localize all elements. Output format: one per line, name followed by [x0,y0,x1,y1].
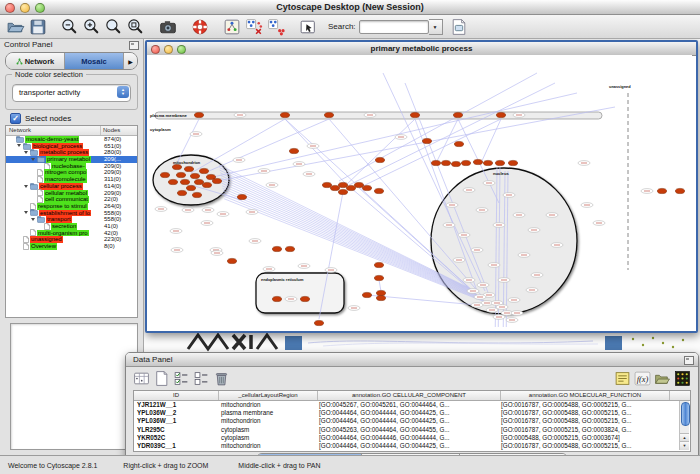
network-node[interactable] [192,192,201,197]
attribute-row-ypl036w-2[interactable]: YPL036W__2plasma membrane[GO:0044464, GO… [134,409,690,417]
expander-icon[interactable] [30,156,37,163]
network-tree-row-nucleobase-[interactable]: nucleobase-209(0) [6,163,137,170]
matrix-icon[interactable] [674,370,691,387]
delete-attribute-icon[interactable] [213,370,230,387]
network-node[interactable] [451,161,460,166]
attribute-row-ylr295c[interactable]: YLR295Ccytoplasm[GO:0045263, GO:0044464,… [134,426,690,434]
attribute-row-yjr121w-1[interactable]: YJR121W__1mitochondrion[GO:0045267, GO:0… [134,401,690,409]
zoom-fit-icon[interactable] [126,17,146,37]
network-node[interactable] [441,160,450,165]
table-col--cellularlayoutregion[interactable]: _cellularLayoutRegion [219,391,318,400]
network-edge[interactable] [191,119,285,173]
tab-overflow-arrow-icon[interactable]: ▶ [124,53,137,69]
open-icon[interactable] [6,17,26,37]
network-node[interactable] [314,320,323,325]
tab-mosaic[interactable]: Mosaic [65,53,124,69]
network-node[interactable] [212,178,221,183]
new-attribute-icon[interactable] [153,370,170,387]
zoom-out-icon[interactable] [60,17,80,37]
network-tree-row-biological-process[interactable]: biological_process651(0) [6,143,137,150]
network-node[interactable] [322,182,331,187]
table-col-id[interactable]: ID [134,391,219,400]
network-node[interactable] [202,182,211,187]
network-edge[interactable] [349,83,555,185]
annotation-select-icon[interactable] [298,17,318,37]
scrollbar-thumb[interactable] [681,402,690,426]
network-node[interactable] [227,258,236,263]
network-node[interactable] [675,188,684,193]
network-node[interactable] [177,190,186,195]
network-edge[interactable] [481,119,501,163]
network-node[interactable] [362,292,371,297]
search-dropdown-arrow-icon[interactable]: ▼ [429,19,443,35]
attribute-row-ypl036w-1[interactable]: YPL036W__1mitochondrion[GO:0044464, GO:0… [134,417,690,425]
network-node[interactable] [300,296,309,301]
network-node[interactable] [362,185,371,190]
network-node[interactable] [410,112,419,117]
network-edge[interactable] [345,119,415,186]
network-node[interactable] [375,157,384,162]
attribute-editor-icon[interactable] [133,370,150,387]
network-tree-row-establishment-of-lo[interactable]: establishment of lo558(0) [6,210,137,217]
network-node[interactable] [473,159,482,164]
save-icon[interactable] [28,17,48,37]
network-tree-row-primary-metabol[interactable]: primary metabol209(... [6,156,137,163]
network-tree-row-transport[interactable]: transport558(0) [6,216,137,223]
expander-icon[interactable] [23,210,30,217]
expander-icon[interactable] [16,143,23,150]
network-node[interactable] [180,179,189,184]
network-node[interactable] [346,185,355,190]
network-node[interactable] [354,182,363,187]
network-node[interactable] [657,188,666,193]
float-panel-icon[interactable] [129,41,139,50]
network-node[interactable] [338,182,347,187]
network-tree-row-nitrogen-compo[interactable]: nitrogen compo209(0) [6,169,137,176]
network-node[interactable] [194,112,203,117]
network-tree-row-cell-communicat[interactable]: cell communicat22(0) [6,196,137,203]
network-node[interactable] [461,160,470,165]
select-nodes-checkbox[interactable]: ✓ [10,113,21,124]
network-tree-row-overview[interactable]: Overview8(0) [6,243,137,250]
attribute-row-ykr052c[interactable]: YKR052Ccytoplasm[GO:0044464, GO:0044446,… [134,434,690,442]
network-tree-row-cellular-process[interactable]: cellular process614(0) [6,183,137,190]
network-node[interactable] [508,160,517,165]
import-icon[interactable] [654,370,671,387]
network-node[interactable] [330,185,339,190]
enhanced-search-icon[interactable] [449,17,469,37]
network-tree-row-cellular-metabol[interactable]: cellular metabol209(0) [6,190,137,197]
network-node[interactable] [237,194,246,199]
network-node[interactable] [285,246,294,251]
table-scrollbar[interactable]: ▲ ▼ [679,401,689,450]
function-icon[interactable]: f(x) [634,370,651,387]
network-node[interactable] [496,112,505,117]
network-node[interactable] [431,160,440,165]
network-node[interactable] [422,138,431,143]
attribute-row-ydr039c-1[interactable]: YDR039C__1mitochondrion[GO:0044464, GO:0… [134,442,690,450]
network-tree-row-secretion[interactable]: secretion41(0) [6,223,137,230]
network-node[interactable] [376,290,385,295]
network-node[interactable] [338,189,347,194]
network-node[interactable] [374,275,383,280]
network-tree-row-response-to-stimul[interactable]: response to stimul264(0) [6,203,137,210]
network-node[interactable] [324,112,333,117]
node-color-select[interactable]: transporter activity ▲▼ [12,84,131,102]
search-input[interactable] [359,20,429,34]
expander-icon[interactable] [30,216,37,223]
network-tree-row-macromolecule[interactable]: macromolecule311(0) [6,176,137,183]
select-attributes-icon[interactable] [173,370,190,387]
network-edge[interactable] [213,93,577,177]
scroll-down-icon[interactable]: ▼ [680,441,689,450]
network-node[interactable] [374,188,383,193]
zoom-in-icon[interactable] [82,17,102,37]
float-panel-icon[interactable] [684,356,694,365]
overview-icon[interactable] [222,17,242,37]
network-node[interactable] [495,160,504,165]
expander-icon[interactable] [23,149,30,156]
network-node[interactable] [272,246,281,251]
network-node[interactable] [184,166,193,171]
help-icon[interactable] [190,17,210,37]
table-col-annotation-go-cellular-component[interactable]: annotation.GO CELLULAR_COMPONENT [318,391,501,400]
unselect-attributes-icon[interactable] [193,370,210,387]
network-node[interactable] [453,112,462,117]
unhide-all-icon[interactable] [266,17,286,37]
